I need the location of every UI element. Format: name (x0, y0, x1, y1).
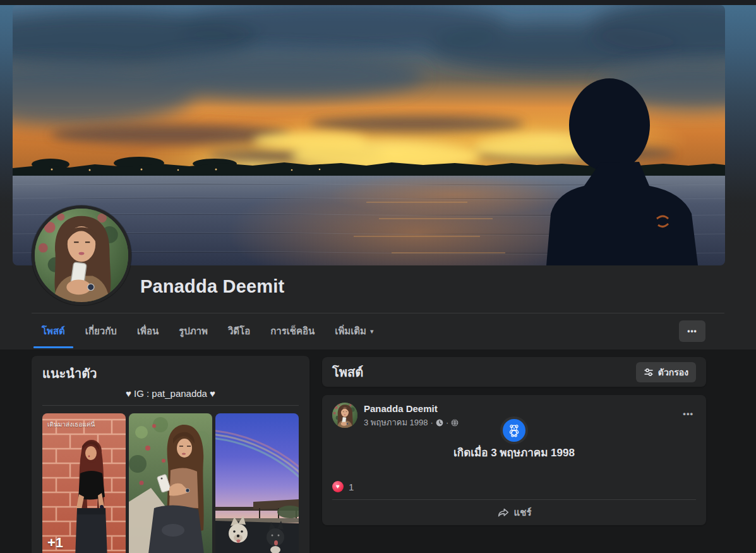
filter-sliders-icon (644, 367, 654, 377)
window-top-strip (0, 0, 756, 5)
profile-header: Panadda Deemit โพสต์ เกี่ยวกับ เพื่อน รู… (0, 0, 756, 349)
intro-card: แนะนำตัว ♥ IG : pat_panadda ♥ (32, 356, 309, 553)
tab-videos[interactable]: วิดีโอ (218, 313, 260, 348)
intro-title: แนะนำตัว (42, 366, 299, 381)
intro-photo-grid: เดินมาส่งเธอแค่นี่ +1 (42, 413, 299, 553)
globe-privacy-icon (451, 419, 459, 427)
tab-checkins[interactable]: การเช็คอิน (260, 313, 325, 348)
photo-more-count: +1 (47, 535, 63, 551)
chevron-down-icon: ▾ (370, 327, 374, 336)
love-reaction-icon: ♥ (332, 481, 344, 492)
photo-caption-overlay: เดินมาส่งเธอแค่นี่ (47, 420, 95, 429)
post-author-avatar[interactable] (332, 403, 357, 428)
share-button-label: แชร์ (514, 505, 532, 520)
photo2-art (129, 413, 212, 553)
photo-rainbow-sky-dogs[interactable] (215, 413, 299, 553)
post-header: Panadda Deemit 3 พฤษภาคม 1998 · · (332, 403, 459, 429)
posts-section-title: โพสต์ (332, 362, 363, 382)
filters-button-label: ตัวกรอง (658, 365, 688, 379)
life-event-badge (500, 416, 528, 444)
profile-avatar-art (35, 209, 128, 302)
post-content-text: เกิดเมื่อ 3 พฤษภาคม 1998 (322, 446, 706, 461)
photo-phone-portrait[interactable] (129, 413, 212, 553)
photo1-art (42, 413, 126, 553)
birthday-post-card: Panadda Deemit 3 พฤษภาคม 1998 · · (322, 395, 706, 525)
post-date-row: 3 พฤษภาคม 1998 · · (364, 416, 459, 429)
dot-separator: · (431, 418, 433, 427)
tab-friends[interactable]: เพื่อน (127, 313, 169, 348)
tab-about[interactable]: เกี่ยวกับ (75, 313, 127, 348)
main-content: แนะนำตัว ♥ IG : pat_panadda ♥ (0, 349, 756, 553)
tab-photos[interactable]: รูปภาพ (169, 313, 218, 348)
reaction-count: 1 (349, 482, 354, 492)
ellipsis-icon: ••• (687, 327, 697, 336)
tab-more[interactable]: เพิ่มเติม ▾ (325, 313, 383, 348)
facebook-profile-page: Panadda Deemit โพสต์ เกี่ยวกับ เพื่อน รู… (0, 0, 756, 553)
post-avatar-art (332, 403, 357, 428)
post-header-info: Panadda Deemit 3 พฤษภาคม 1998 · · (364, 403, 459, 429)
post-date[interactable]: 3 พฤษภาคม 1998 (364, 416, 428, 429)
profile-avatar[interactable] (32, 205, 131, 305)
reactions-summary[interactable]: ♥ 1 (332, 481, 354, 492)
intro-bio: ♥ IG : pat_panadda ♥ (42, 387, 299, 400)
filters-button[interactable]: ตัวกรอง (636, 362, 696, 382)
posts-section-header: โพสต์ ตัวกรอง (322, 357, 706, 387)
photo3-art (215, 413, 299, 553)
intro-divider (42, 405, 299, 406)
post-more-button[interactable]: ••• (680, 406, 696, 421)
dot-separator: · (446, 418, 448, 427)
profile-tabbar: โพสต์ เกี่ยวกับ เพื่อน รูปภาพ วิดีโอ การ… (32, 313, 724, 350)
share-arrow-icon (497, 507, 509, 519)
post-divider (332, 499, 696, 500)
share-button[interactable]: แชร์ (327, 502, 701, 523)
more-options-button[interactable]: ••• (679, 320, 705, 342)
teddy-bear-icon (507, 423, 521, 437)
profile-name: Panadda Deemit (140, 276, 284, 297)
clock-icon (436, 419, 443, 427)
photo-brick-wall-portrait[interactable]: เดินมาส่งเธอแค่นี่ +1 (42, 413, 126, 553)
post-author-name[interactable]: Panadda Deemit (364, 403, 459, 415)
tab-posts[interactable]: โพสต์ (32, 313, 75, 348)
